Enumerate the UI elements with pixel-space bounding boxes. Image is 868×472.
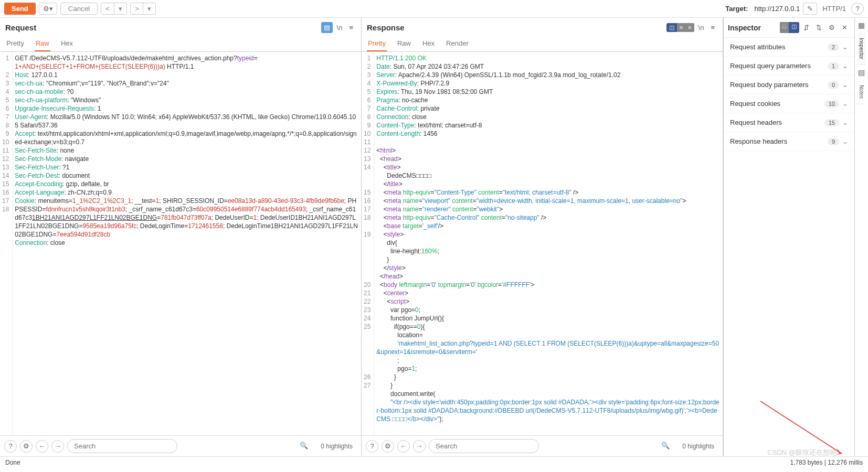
target-label: Target: <box>725 5 748 13</box>
status-right: 1,783 bytes | 12,276 millis <box>790 459 863 466</box>
inspector-row[interactable]: Request attributes2⌄ <box>724 38 854 57</box>
cancel-button[interactable]: Cancel <box>60 3 98 15</box>
request-pane: Request ▤ \n ≡ Pretty Raw Hex 1234567891… <box>0 18 362 456</box>
tab-raw[interactable]: Raw <box>396 36 412 51</box>
right-sidebar: ▦ Inspector ▤ Notes <box>854 18 868 456</box>
chevron-down-icon: ⌄ <box>842 119 848 126</box>
notes-tab-icon[interactable]: ▤ <box>858 65 865 80</box>
inspector-row[interactable]: Request cookies10⌄ <box>724 94 854 113</box>
inspector-row[interactable]: Response headers9⌄ <box>724 132 854 151</box>
inspector-row-label: Request query parameters <box>730 62 811 70</box>
chevron-down-icon: ⌄ <box>842 100 848 108</box>
highlights-count: 0 highlights <box>316 443 357 450</box>
history-back-dropdown[interactable]: ▾ <box>114 3 126 14</box>
target-url: http://127.0.0.1 <box>754 5 800 13</box>
history-back-button[interactable]: < <box>101 3 114 14</box>
response-title: Response <box>367 23 405 32</box>
toggle-view-icon[interactable]: ▤ <box>321 22 333 33</box>
chevron-down-icon: ⌄ <box>842 43 848 51</box>
sidebar-notes[interactable]: Notes <box>858 80 865 104</box>
collapse-icon[interactable]: ⇵ <box>801 22 812 33</box>
tab-pretty[interactable]: Pretty <box>5 36 25 51</box>
edit-target-icon[interactable]: ✎ <box>803 3 817 15</box>
tab-hex[interactable]: Hex <box>60 36 74 51</box>
close-icon[interactable]: ✕ <box>839 22 850 33</box>
line-wrap-icon[interactable]: ≡ <box>346 22 356 33</box>
inspector-tab-icon[interactable]: ▦ <box>858 18 865 33</box>
top-toolbar: Send ⚙▾ Cancel < ▾ > ▾ Target: http://12… <box>0 0 868 18</box>
newline-icon[interactable]: \n <box>334 22 345 33</box>
inspector-row-count: 9 <box>828 138 839 145</box>
inspector-row-count: 10 <box>824 100 839 108</box>
inspector-row-count: 15 <box>824 119 839 126</box>
request-title: Request <box>5 23 36 32</box>
status-bar: Done 1,783 bytes | 12,276 millis <box>0 456 868 468</box>
tab-pretty[interactable]: Pretty <box>367 36 387 51</box>
tab-render[interactable]: Render <box>445 36 470 51</box>
inspector-row-label: Request cookies <box>730 100 780 108</box>
highlights-count: 0 highlights <box>678 443 718 450</box>
tab-raw[interactable]: Raw <box>35 36 50 51</box>
chevron-down-icon: ⌄ <box>842 137 848 145</box>
line-wrap-icon[interactable]: ≡ <box>708 22 717 33</box>
response-pane: Response ◫≡≡ \n ≡ Pretty Raw Hex Render … <box>362 18 723 456</box>
chevron-down-icon: ⌄ <box>842 81 848 89</box>
help-icon[interactable]: ? <box>851 3 864 15</box>
history-nav: < ▾ <box>101 3 127 15</box>
help-icon[interactable]: ? <box>4 440 17 453</box>
search-next-icon[interactable]: → <box>413 440 426 453</box>
inspector-row[interactable]: Request headers15⌄ <box>724 113 854 132</box>
chevron-down-icon: ⌄ <box>842 62 848 70</box>
response-bottom-bar: ? ⚙ ← → 🔍 0 highlights <box>362 435 723 456</box>
search-next-icon[interactable]: → <box>51 440 64 453</box>
inspector-row-count: 2 <box>828 44 839 51</box>
history-forward-dropdown[interactable]: ▾ <box>143 3 155 14</box>
history-forward-button[interactable]: > <box>131 3 144 14</box>
help-icon[interactable]: ? <box>366 440 378 453</box>
search-icon: 🔍 <box>300 442 308 449</box>
search-icon: 🔍 <box>661 442 670 449</box>
inspector-row-count: 0 <box>828 81 839 89</box>
inspector-layout-toggle[interactable]: □◫ <box>780 22 799 33</box>
search-prev-icon[interactable]: ← <box>397 440 410 453</box>
settings-icon[interactable]: ⚙ <box>20 440 33 453</box>
search-prev-icon[interactable]: ← <box>36 440 48 453</box>
status-left: Done <box>5 459 20 466</box>
history-nav-fwd: > ▾ <box>130 3 156 15</box>
inspector-title: Inspector <box>728 24 761 32</box>
settings-icon[interactable]: ⚙ <box>382 440 394 453</box>
inspector-panel: Inspector □◫ ⇵ ⇅ ⚙ ✕ Request attributes2… <box>723 18 854 456</box>
response-editor[interactable]: 1234567891011121314151617181920212223242… <box>362 52 723 435</box>
newline-icon[interactable]: \n <box>696 22 707 33</box>
gear-dropdown-button[interactable]: ⚙▾ <box>39 3 57 15</box>
response-tabs: Pretty Raw Hex Render <box>362 36 723 52</box>
inspector-row-label: Request body parameters <box>730 81 809 89</box>
request-bottom-bar: ? ⚙ ← → 🔍 0 highlights <box>0 435 361 456</box>
request-tabs: Pretty Raw Hex <box>0 36 361 52</box>
inspector-row-count: 1 <box>828 62 839 70</box>
layout-toggle[interactable]: ◫≡≡ <box>666 23 694 32</box>
inspector-row-label: Request headers <box>730 119 782 126</box>
tab-hex[interactable]: Hex <box>421 36 436 51</box>
gear-icon[interactable]: ⚙ <box>826 22 838 33</box>
inspector-row-label: Response headers <box>730 137 787 145</box>
send-button[interactable]: Send <box>4 3 36 15</box>
http-version: HTTP/1 <box>822 5 846 13</box>
search-input[interactable] <box>429 439 539 453</box>
inspector-row[interactable]: Request query parameters1⌄ <box>724 57 854 76</box>
request-editor[interactable]: 123456789101112131415161718 GET /DedeCMS… <box>0 52 361 435</box>
inspector-row-label: Request attributes <box>730 43 786 51</box>
search-input[interactable] <box>67 439 177 453</box>
inspector-row[interactable]: Request body parameters0⌄ <box>724 76 854 94</box>
filter-icon[interactable]: ⇅ <box>813 22 824 33</box>
sidebar-inspector[interactable]: Inspector <box>858 33 865 65</box>
